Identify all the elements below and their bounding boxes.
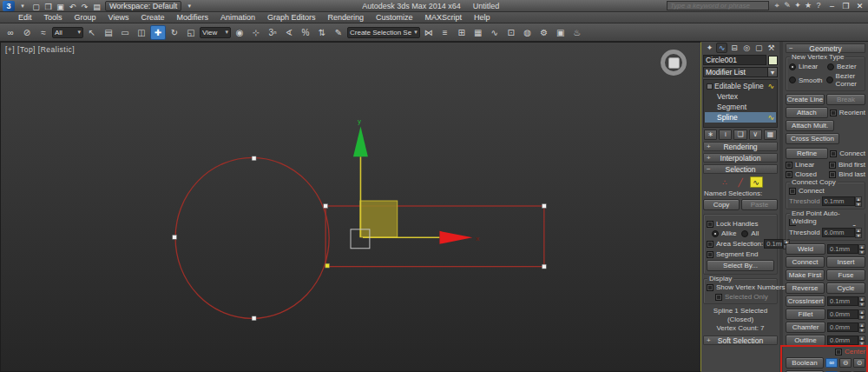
menu-item[interactable]: Views <box>102 12 135 23</box>
redo-icon[interactable]: ↷ <box>79 1 90 11</box>
connect-button[interactable]: Connect <box>786 256 825 268</box>
chamfer-button[interactable]: Chamfer <box>786 322 825 333</box>
bezier-vertex-radio[interactable]: Bezier <box>827 63 862 70</box>
make-first-button[interactable]: Make First <box>786 269 825 281</box>
paste-selection-button[interactable]: Paste <box>741 199 778 210</box>
reorient-checkbox[interactable]: Reorient <box>830 109 865 116</box>
help-search-input[interactable] <box>667 1 769 10</box>
window-crossing-icon[interactable]: ◫ <box>134 25 149 40</box>
project-folder-icon[interactable]: ▤ <box>91 1 102 11</box>
menu-item[interactable]: Edit <box>12 12 38 23</box>
unlink-selection-icon[interactable]: ⊘ <box>19 25 35 40</box>
maximize-button[interactable]: ❐ <box>840 2 852 10</box>
render-production-icon[interactable]: ♨ <box>569 25 585 40</box>
rollout-interpolation[interactable]: +Interpolation <box>703 153 778 163</box>
configure-modifier-sets-icon[interactable]: ▦ <box>764 130 777 140</box>
select-by-name-icon[interactable]: ▤ <box>101 25 116 40</box>
create-line-button[interactable]: Create Line <box>786 94 825 105</box>
use-pivot-point-icon[interactable]: ◉ <box>232 25 247 40</box>
select-and-move-icon[interactable]: ✚ <box>150 25 166 40</box>
bind-first-checkbox[interactable]: Bind first <box>829 161 865 169</box>
angle-snap-icon[interactable]: ∢ <box>281 25 297 40</box>
app-menu-chevron-icon[interactable]: ▾ <box>17 3 28 10</box>
make-unique-icon[interactable]: ❏ <box>733 130 746 140</box>
lock-handles-checkbox[interactable]: Lock Handles <box>707 220 774 228</box>
break-button[interactable]: Break <box>826 94 865 105</box>
circle-spline[interactable] <box>175 157 329 318</box>
pin-stack-icon[interactable]: ∗ <box>704 130 717 140</box>
weld-spinner[interactable]: 0.1mm▲▼ <box>827 244 865 254</box>
community-icon[interactable]: ✦ <box>792 1 803 10</box>
linear-checkbox[interactable]: Linear <box>786 161 827 169</box>
menu-item[interactable]: MAXScript <box>419 12 469 23</box>
menu-item[interactable]: Animation <box>214 12 261 23</box>
spinner-snap-icon[interactable]: ⇅ <box>314 25 330 40</box>
viewport-top[interactable]: [+] [Top] [Realistic] y x <box>0 42 701 372</box>
rollout-soft-selection[interactable]: +Soft Selection <box>703 335 778 345</box>
menu-item[interactable]: Graph Editors <box>261 12 322 23</box>
stack-editable-spline[interactable]: Editable Spline∿ <box>705 81 776 91</box>
stack-segment[interactable]: Segment∿ <box>705 102 776 112</box>
boolean-intersection-icon[interactable]: ⊙ <box>853 358 865 368</box>
fillet-button[interactable]: Fillet <box>786 309 825 320</box>
gizmo-y-arrow[interactable] <box>353 126 368 156</box>
curve-editor-icon[interactable]: ∿ <box>487 25 503 40</box>
select-and-link-icon[interactable]: ∞ <box>3 25 18 40</box>
rendered-frame-icon[interactable]: ▣ <box>553 25 569 40</box>
selection-filter-dropdown[interactable]: All <box>52 27 83 38</box>
help-icon[interactable]: ? <box>813 1 824 10</box>
overlap-shape[interactable] <box>360 201 398 237</box>
object-name-field[interactable]: Circle001 <box>703 55 766 65</box>
schematic-view-icon[interactable]: ⊡ <box>503 25 519 40</box>
visibility-icon[interactable] <box>707 83 713 90</box>
boolean-union-icon[interactable]: ∞ <box>825 358 838 368</box>
minimize-button[interactable]: – <box>826 2 838 10</box>
tab-hierarchy[interactable]: ⊟ <box>728 43 740 53</box>
chevron-down-icon[interactable]: ▼ <box>768 67 778 77</box>
menu-item[interactable]: Create <box>135 12 170 23</box>
segment-subobject-icon[interactable]: ╱ <box>734 176 747 188</box>
gizmo-x-arrow[interactable] <box>439 231 472 244</box>
bind-last-checkbox[interactable]: Bind last <box>829 170 865 178</box>
linear-vertex-radio[interactable]: Linear <box>789 63 824 70</box>
cross-insert-spinner[interactable]: 0.1mm▲▼ <box>827 296 865 306</box>
vertex-subobject-icon[interactable]: ∴ <box>719 176 732 188</box>
tab-modify[interactable]: ∿ <box>716 43 727 53</box>
all-radio[interactable]: All <box>741 229 759 237</box>
segment-end-checkbox[interactable]: Segment End <box>707 250 774 258</box>
menu-item[interactable]: Tools <box>38 12 69 23</box>
object-color-swatch[interactable] <box>768 56 778 65</box>
menu-item[interactable]: Customize <box>370 12 419 23</box>
reverse-button[interactable]: Reverse <box>786 282 825 294</box>
new-file-icon[interactable]: ▢ <box>30 1 42 11</box>
smooth-vertex-radio[interactable]: Smooth <box>789 72 823 88</box>
layer-manager-icon[interactable]: ⊞ <box>454 25 470 40</box>
chamfer-spinner[interactable]: 0.0mm▲▼ <box>827 322 865 332</box>
menu-item[interactable]: Group <box>69 12 102 23</box>
close-button[interactable]: ✕ <box>854 2 865 10</box>
rectangle-spline[interactable] <box>326 206 544 267</box>
show-end-result-icon[interactable]: i <box>719 130 732 140</box>
insert-button[interactable]: Insert <box>826 256 865 268</box>
rollout-geometry[interactable]: −Geometry <box>786 43 865 53</box>
workspace-chevron-icon[interactable]: ▾ <box>184 3 194 10</box>
closed-checkbox[interactable]: Closed <box>786 170 827 178</box>
copy-selection-button[interactable]: Copy <box>703 199 740 210</box>
fuse-button[interactable]: Fuse <box>826 269 865 281</box>
outline-button[interactable]: Outline <box>786 335 825 346</box>
area-selection-checkbox[interactable]: Area Selection: <box>707 240 763 248</box>
material-editor-icon[interactable]: ◍ <box>520 25 536 40</box>
stack-vertex[interactable]: Vertex∿ <box>705 91 776 102</box>
connect-checkbox[interactable]: Connect <box>830 149 865 157</box>
mirror-tool-icon[interactable]: ⋈ <box>421 25 437 40</box>
alike-radio[interactable]: Alike <box>712 229 736 237</box>
bezier-corner-radio[interactable]: Bezier Corner <box>826 72 862 88</box>
app-logo-icon[interactable]: 3 <box>3 1 15 11</box>
spline-subobject-icon[interactable]: ∿ <box>750 176 763 188</box>
menu-item[interactable]: Rendering <box>322 12 371 23</box>
percent-snap-icon[interactable]: % <box>298 25 313 40</box>
cycle-button[interactable]: Cycle <box>826 282 865 294</box>
show-vertex-numbers-checkbox[interactable]: Show Vertex Numbers <box>707 283 774 291</box>
weld-button[interactable]: Weld <box>786 243 825 255</box>
favorites-icon[interactable]: ★ <box>803 1 813 10</box>
